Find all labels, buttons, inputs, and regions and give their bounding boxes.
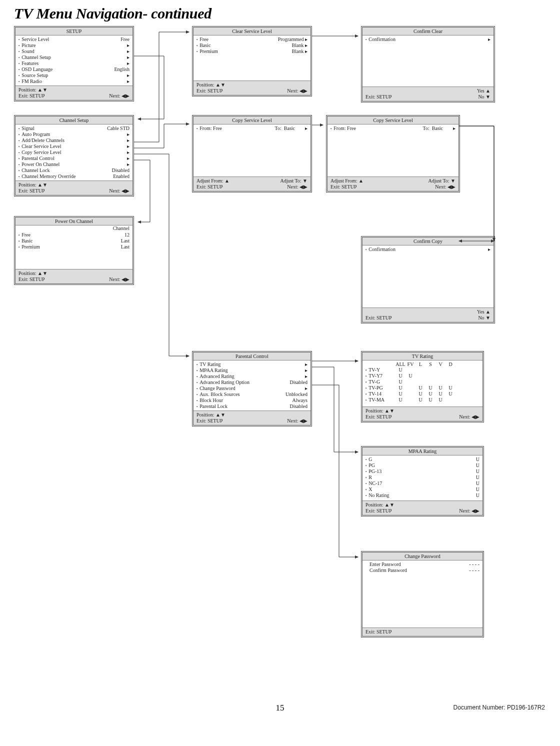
panel-mpaa-rating: MPAA Rating GUPGUPG-13URUNC-17UXUNo Rati… (361, 446, 484, 516)
menu-row: RU (366, 474, 480, 480)
panel-change-password: Change Password Enter Password- - - -Con… (361, 551, 484, 638)
menu-row: PremiumBlank ▸ (196, 48, 308, 54)
menu-row: BasicLast (18, 238, 130, 244)
rating-row: TV-GU (366, 379, 480, 385)
panel-confirm-copy: Confirm Copy Confirmation▸ Yes ▲ Exit: S… (361, 236, 495, 324)
diagram-canvas: SETUP Service LevelFreePicture▸Sound▸Cha… (14, 26, 546, 706)
menu-row: Aux. Block SourcesUnblocked (196, 392, 308, 398)
menu-row: Channel LockDisabled (18, 168, 130, 174)
menu-row: FreeProgrammed ▸ (196, 36, 308, 42)
panel-copy-service-level-2: Copy Service Level From: FreeTo: Basic ▸… (326, 115, 460, 192)
menu-row: Advanced Rating OptionDisabled (196, 380, 308, 386)
rating-row: TV-PGUUUUU (366, 385, 480, 391)
menu-row: PGU (366, 462, 480, 468)
menu-row: No RatingU (366, 492, 480, 498)
rating-row: TV-YU (366, 367, 480, 373)
panel-parental-control: Parental Control TV Rating▸MPAA Rating▸A… (192, 351, 312, 426)
menu-row: FM Radio▸ (18, 78, 130, 84)
menu-row: MPAA Rating▸ (196, 368, 308, 374)
rating-row: TV-Y7UU (366, 373, 480, 379)
menu-row: Add/Delete Channels▸ (18, 138, 130, 144)
menu-row: From: FreeTo: Basic ▸ (330, 126, 456, 132)
menu-row: Parental Control▸ (18, 156, 130, 162)
menu-row: Free12 (18, 232, 130, 238)
panel-clear-service-level: Clear Service Level FreeProgrammed ▸Basi… (192, 26, 312, 96)
page-number: 15 (276, 703, 284, 713)
menu-row: Confirm Password- - - - (370, 568, 480, 574)
panel-setup: SETUP Service LevelFreePicture▸Sound▸Cha… (14, 26, 134, 102)
menu-row: NC-17U (366, 480, 480, 486)
menu-row: GU (366, 456, 480, 462)
page-title: TV Menu Navigation- continued (14, 5, 546, 22)
menu-row: Service LevelFree (18, 36, 130, 42)
menu-row: Confirmation▸ (366, 246, 490, 252)
menu-row: Channel Setup▸ (18, 54, 130, 60)
menu-row: SignalCable STD (18, 126, 130, 132)
panel-confirm-clear: Confirm Clear Confirmation▸ Yes ▲ Exit: … (361, 26, 495, 102)
menu-row: Source Setup▸ (18, 72, 130, 78)
rating-row: TV-MAUUUU (366, 397, 480, 403)
panel-copy-service-level-1: Copy Service Level From: FreeTo: Basic ▸… (192, 115, 312, 192)
menu-row: OSD LanguageEnglish (18, 66, 130, 72)
menu-row: Picture▸ (18, 42, 130, 48)
menu-row: Block HourAlways (196, 398, 308, 404)
menu-row: TV Rating▸ (196, 362, 308, 368)
menu-row: Enter Password- - - - (370, 562, 480, 568)
menu-row: Channel Memory OverrideEnabled (18, 174, 130, 180)
panel-rows: Service LevelFreePicture▸Sound▸Channel S… (18, 36, 130, 84)
menu-row: Features▸ (18, 60, 130, 66)
panel-tv-rating: TV Rating ALLFVLSVD TV-YUTV-Y7UUTV-GUTV-… (361, 351, 484, 422)
menu-row: Change Password▸ (196, 386, 308, 392)
menu-row: PG-13U (366, 468, 480, 474)
menu-row: Advanced Rating▸ (196, 374, 308, 380)
menu-row: Clear Service Level▸ (18, 144, 130, 150)
menu-row: Power On Channel▸ (18, 162, 130, 168)
menu-row: Auto Program▸ (18, 132, 130, 138)
menu-row: XU (366, 486, 480, 492)
menu-row: From: FreeTo: Basic ▸ (196, 126, 308, 132)
menu-row: BasicBlank ▸ (196, 42, 308, 48)
menu-row: Confirmation▸ (366, 36, 490, 42)
menu-row: Parental LockDisabled (196, 404, 308, 410)
menu-row: Copy Service Level▸ (18, 150, 130, 156)
menu-row: Sound▸ (18, 48, 130, 54)
document-number: Document Number: PD196-167R2 (454, 704, 545, 711)
panel-channel-setup: Channel Setup SignalCable STDAuto Progra… (14, 115, 134, 196)
menu-row: PremiumLast (18, 244, 130, 250)
panel-title: SETUP (16, 28, 132, 36)
panel-power-on-channel: Power On Channel Channel Free12BasicLast… (14, 216, 134, 285)
rating-row: TV-14UUUUU (366, 391, 480, 397)
